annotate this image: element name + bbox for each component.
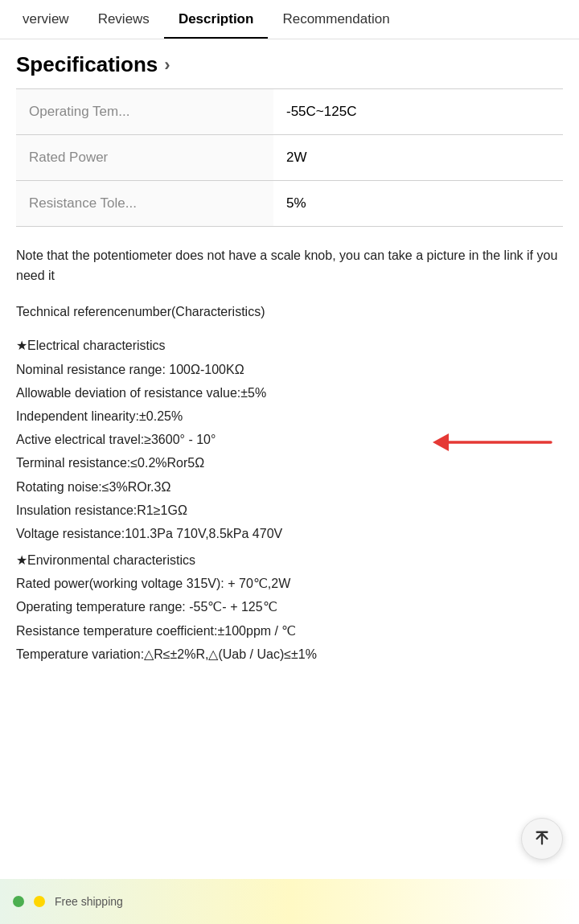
- environmental-heading: ★Environmental characteristics: [16, 549, 563, 571]
- environmental-line-2: Resistance temperature coefficient:±100p…: [16, 620, 563, 642]
- tech-ref-text: Technical referencenumber(Characteristic…: [16, 302, 563, 322]
- navigation-tabs: verview Reviews Description Recommendati…: [0, 0, 579, 39]
- specifications-header[interactable]: Specifications ›: [16, 52, 563, 77]
- electrical-heading: ★Electrical characteristics: [16, 335, 563, 356]
- environmental-line-1: Operating temperature range: -55℃- + 125…: [16, 596, 563, 618]
- bottom-bar-text: Free shipping: [55, 895, 123, 908]
- electrical-line-5: Rotating noise:≤3%ROr.3Ω: [16, 476, 563, 498]
- spec-value-resistance-tolerance: 5%: [273, 181, 563, 226]
- scroll-to-top-button[interactable]: [521, 818, 563, 860]
- spec-value-rated-power: 2W: [273, 135, 563, 180]
- tab-overview[interactable]: verview: [8, 0, 84, 39]
- spec-label-resistance-tolerance: Resistance Tole...: [16, 181, 273, 226]
- spec-row-operating-temp: Operating Tem... -55C~125C: [16, 89, 563, 135]
- tab-description[interactable]: Description: [164, 0, 269, 39]
- tab-recommendations[interactable]: Recommendation: [268, 0, 404, 39]
- environmental-characteristics-section: ★Environmental characteristics Rated pow…: [16, 549, 563, 665]
- chevron-right-icon: ›: [164, 55, 170, 76]
- electrical-line-0: Nominal resistance range: 100Ω-100KΩ: [16, 359, 563, 380]
- electrical-line-1: Allowable deviation of resistance value:…: [16, 382, 563, 404]
- spec-label-rated-power: Rated Power: [16, 135, 273, 180]
- specifications-section: Specifications › Operating Tem... -55C~1…: [0, 39, 579, 227]
- arrow-up-icon: [533, 830, 551, 848]
- environmental-line-0: Rated power(working voltage 315V): + 70℃…: [16, 573, 563, 594]
- green-dot-icon: [13, 896, 24, 907]
- electrical-characteristics-section: ★Electrical characteristics Nominal resi…: [16, 335, 563, 544]
- svg-marker-1: [433, 433, 449, 451]
- tab-reviews[interactable]: Reviews: [84, 0, 164, 39]
- spec-row-rated-power: Rated Power 2W: [16, 135, 563, 181]
- note-text: Note that the potentiometer does not hav…: [16, 246, 563, 286]
- spec-label-operating-temp: Operating Tem...: [16, 89, 273, 134]
- environmental-line-3: Temperature variation:△R≤±2%R,△(Uab / Ua…: [16, 643, 563, 665]
- electrical-line-3: Active electrical travel:≥3600° - 10°: [16, 429, 563, 450]
- electrical-line-7: Voltage resistance:101.3Pa 710V,8.5kPa 4…: [16, 523, 563, 544]
- bottom-bar: Free shipping: [0, 879, 579, 924]
- electrical-line-2: Independent linearity:±0.25%: [16, 405, 563, 427]
- spec-value-operating-temp: -55C~125C: [273, 89, 563, 134]
- yellow-dot-icon: [34, 896, 45, 907]
- electrical-line-4: Terminal resistance:≤0.2%Ror5Ω: [16, 452, 563, 474]
- specs-table: Operating Tem... -55C~125C Rated Power 2…: [16, 88, 563, 227]
- spec-row-resistance-tolerance: Resistance Tole... 5%: [16, 181, 563, 227]
- description-area: Note that the potentiometer does not hav…: [0, 227, 579, 680]
- electrical-line-6: Insulation resistance:R1≥1GΩ: [16, 499, 563, 521]
